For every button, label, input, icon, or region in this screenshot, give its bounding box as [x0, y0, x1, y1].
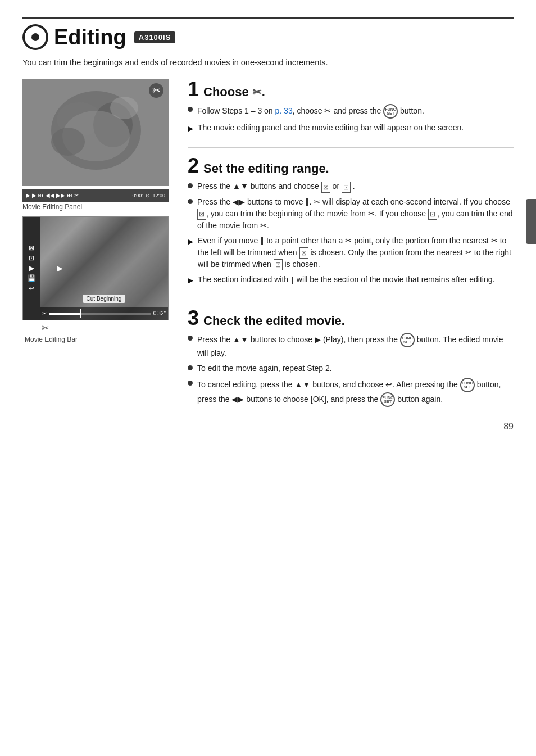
step-1-title-text: Choose	[203, 85, 249, 99]
arrow-bullet-3: ▶	[188, 275, 193, 286]
time-start: 0'00"	[133, 193, 144, 198]
time-end: 12:00	[152, 193, 165, 198]
step-2-bullets: Press the ▲▼ buttons and choose ⊠ or ⊡ .…	[188, 180, 514, 286]
step-2-bullet-1-text: Press the ▲▼ buttons and choose ⊠ or ⊡ .	[197, 180, 355, 192]
page-header: Editing A3100IS	[22, 17, 514, 50]
photo-svg	[23, 80, 169, 186]
step-1-bullets: Follow Steps 1 – 3 on p. 33, choose ✂ an…	[188, 104, 514, 134]
trim-start-icon-3: ⊠	[299, 247, 308, 259]
frame-fwd-icon: ▶▶	[56, 193, 65, 198]
right-column: 1 Choose ✂. Follow Steps 1 – 3 on p. 33,…	[188, 79, 514, 420]
frame-back-icon: ◀◀	[46, 193, 54, 198]
step-1-bullet-1-text: Follow Steps 1 – 3 on p. 33, choose ✂ an…	[197, 104, 424, 119]
bullet-dot	[188, 381, 193, 386]
movie-control-bar: ▶ ▶ ⏮ ◀◀ ▶▶ ⏭ ✂ 0'00" ⊙ 12:00	[22, 189, 169, 202]
trim-start-icon-2: ⊠	[197, 209, 206, 220]
trim-end-icon-3: ⊡	[274, 259, 283, 270]
step-3-bullet-2-text: To edit the movie again, repeat Step 2.	[197, 363, 332, 374]
step-1-header: 1 Choose ✂.	[188, 79, 514, 99]
bullet-dot	[188, 183, 193, 188]
left-column: ✂ ▶ ▶ ⏮ ◀◀ ▶▶ ⏭ ✂ 0'00" ⊙ 12:00 Movie Ed…	[22, 79, 174, 420]
header-circle-icon	[22, 24, 48, 50]
model-badge: A3100IS	[134, 31, 176, 43]
edit-panel-sidebar: ⊠ ⊡ ▶ 💾 ↩	[23, 217, 40, 320]
trim-end-icon-inline: ⊡	[342, 182, 351, 193]
func-set-btn-2: FUNCSET	[400, 333, 415, 347]
play-panel-icon: ▶	[29, 265, 34, 271]
step-1-scissors-icon: ✂	[252, 86, 262, 98]
svg-point-6	[110, 97, 138, 119]
bullet-dot	[188, 199, 193, 204]
scissors-ctrl-icon: ✂	[74, 193, 79, 198]
movie-panel-image: ✂	[22, 79, 169, 186]
divider-2	[188, 300, 514, 300]
step-2-bullet-3: ▶ Even if you move to a point other than…	[188, 235, 514, 271]
play2-icon: ▶	[32, 193, 37, 198]
arrow-bullet-2: ▶	[188, 236, 193, 247]
intro-text: You can trim the beginnings and ends of …	[22, 57, 514, 69]
step-3-header: 3 Check the edited movie.	[188, 308, 514, 328]
scissors-bottom-icon: ✂	[42, 323, 49, 333]
play-icon: ▶	[26, 193, 30, 198]
save-panel-icon: 💾	[28, 275, 36, 282]
step-2-bullet-3-text: Even if you move to a point other than a…	[198, 235, 514, 271]
page-link[interactable]: p. 33	[275, 106, 293, 115]
movie-edit-image: ⊠ ⊡ ▶ 💾 ↩ ▶ Cut Beginning ✂	[22, 216, 169, 320]
bar-caption: Movie Editing Bar	[25, 336, 174, 343]
func-set-btn-4: FUNCSET	[380, 392, 395, 407]
step-3-number: 3	[188, 308, 199, 328]
svg-point-5	[51, 128, 85, 156]
step-2-bullet-2-text: Press the ◀▶ buttons to move . ✂ will di…	[197, 196, 514, 232]
cut-beginning-label: Cut Beginning	[83, 295, 125, 303]
step-3: 3 Check the edited movie. Press the ▲▼ b…	[188, 308, 514, 407]
trim-end-icon-2: ⊡	[428, 209, 437, 220]
page: Editing A3100IS You can trim the beginni…	[0, 0, 536, 443]
skip-back-icon: ⏮	[38, 193, 44, 198]
step-3-title: Check the edited movie.	[203, 314, 345, 328]
bullet-dot	[188, 107, 193, 112]
cancel-panel-icon: ↩	[29, 285, 34, 292]
skip-fwd-icon: ⏭	[67, 193, 72, 198]
divider-1	[188, 147, 514, 148]
trim-end-icon: ⊡	[29, 255, 34, 261]
step-1-bullet-1: Follow Steps 1 – 3 on p. 33, choose ✂ an…	[188, 104, 514, 119]
step-2: 2 Set the editing range. Press the ▲▼ bu…	[188, 156, 514, 286]
trim-start-icon: ⊠	[29, 245, 34, 251]
step-1-bullet-2-text: The movie editing panel and the movie ed…	[198, 122, 464, 134]
time-sep: ⊙	[146, 193, 150, 198]
step-2-title: Set the editing range.	[203, 162, 329, 175]
step-3-bullet-2: To edit the movie again, repeat Step 2.	[188, 363, 514, 374]
trim-start-icon-inline: ⊠	[321, 182, 330, 193]
vert-marker-3	[292, 277, 293, 284]
scissors-overlay-icon: ✂	[149, 83, 163, 98]
panel-caption: Movie Editing Panel	[22, 203, 174, 211]
func-set-btn-1: FUNCSET	[383, 104, 398, 119]
header-icon-inner	[31, 33, 39, 41]
step-3-bullet-3: To cancel editing, press the ▲▼ buttons,…	[188, 378, 514, 407]
arrow-bullet-1: ▶	[188, 123, 193, 134]
step-2-header: 2 Set the editing range.	[188, 156, 514, 176]
edit-scissors-bar: ✂	[42, 310, 47, 316]
bullet-dot	[188, 336, 193, 341]
step-2-number: 2	[188, 156, 199, 176]
right-side-tab	[526, 199, 536, 244]
step-3-bullets: Press the ▲▼ buttons to choose ▶ (Play),…	[188, 333, 514, 407]
step-1-bullet-2: ▶ The movie editing panel and the movie …	[188, 122, 514, 134]
step-2-bullet-1: Press the ▲▼ buttons and choose ⊠ or ⊡ .	[188, 180, 514, 192]
step-1-number: 1	[188, 79, 199, 99]
step-2-bullet-2: Press the ◀▶ buttons to move . ✂ will di…	[188, 196, 514, 232]
photo-background: ✂	[23, 80, 168, 185]
arrow-indicator: ▶	[57, 264, 63, 273]
step-1-title: Choose ✂.	[203, 85, 265, 99]
step-1: 1 Choose ✂. Follow Steps 1 – 3 on p. 33,…	[188, 79, 514, 134]
step-3-bullet-1-text: Press the ▲▼ buttons to choose ▶ (Play),…	[197, 333, 514, 359]
step-2-bullet-4: ▶ The section indicated with will be the…	[188, 274, 514, 286]
vert-marker-2	[261, 237, 263, 245]
time-display: 0'00" ⊙ 12:00	[133, 193, 165, 198]
step-3-bullet-3-text: To cancel editing, press the ▲▼ buttons,…	[197, 378, 514, 407]
func-set-btn-3: FUNCSET	[460, 378, 475, 392]
vert-marker-1	[306, 198, 308, 206]
step-2-bullet-4-text: The section indicated with will be the s…	[198, 274, 494, 286]
page-number: 89	[503, 422, 514, 432]
edit-time-display: 0'32"	[153, 310, 166, 316]
